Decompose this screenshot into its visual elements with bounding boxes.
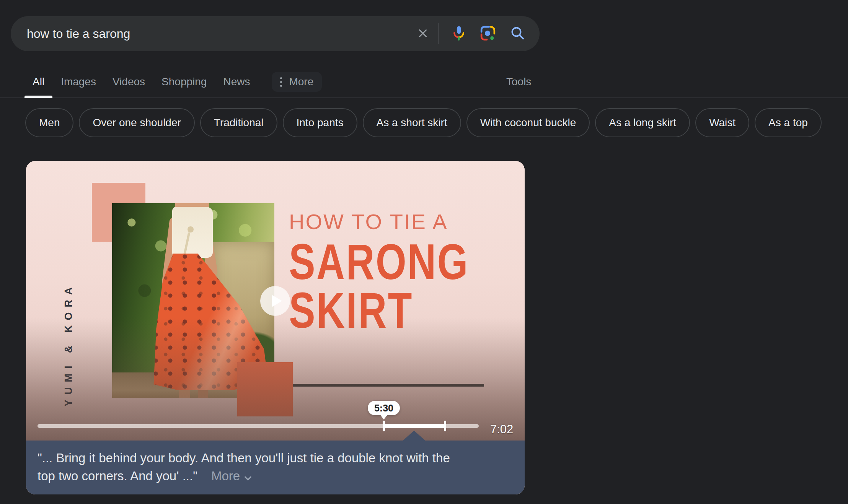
chip-into-pants[interactable]: Into pants (283, 108, 357, 137)
caption-pointer (403, 431, 425, 441)
caption-line2: top two corners. And you' ..."More (38, 467, 252, 486)
chip-over-one-shoulder[interactable]: Over one shoulder (79, 108, 194, 137)
tab-videos[interactable]: Videos (113, 76, 145, 98)
tab-news-label: News (223, 76, 250, 88)
search-bar-controls (416, 23, 540, 44)
chip-with-coconut-buckle[interactable]: With coconut buckle (466, 108, 590, 137)
filter-chips: Men Over one shoulder Traditional Into p… (25, 108, 822, 137)
play-icon (272, 295, 282, 307)
tools-button[interactable]: Tools (506, 76, 531, 88)
time-marker-bubble: 5:30 (368, 401, 400, 415)
google-search-results-page: how to tie a sarong (0, 0, 848, 504)
tab-images[interactable]: Images (61, 76, 96, 98)
tab-shopping[interactable]: Shopping (161, 76, 207, 98)
results-nav: All Images Videos Shopping News More Too… (0, 70, 848, 98)
segment-start-tick (383, 421, 385, 431)
time-marker-pointer (380, 415, 388, 419)
microphone-icon (450, 24, 468, 43)
chip-as-a-top[interactable]: As a top (755, 108, 822, 137)
chip-as-a-short-skirt[interactable]: As a short skirt (363, 108, 461, 137)
vertical-divider (439, 23, 439, 44)
search-input[interactable]: how to tie a sarong (27, 27, 416, 41)
more-dots-icon (280, 77, 282, 87)
chip-waist[interactable]: Waist (695, 108, 749, 137)
video-duration: 7:02 (490, 423, 513, 436)
play-button[interactable] (260, 286, 290, 316)
search-submit-button[interactable] (510, 25, 526, 42)
highlighted-segment (384, 424, 445, 428)
tab-more[interactable]: More (272, 72, 322, 92)
tab-images-label: Images (61, 76, 96, 88)
tab-news[interactable]: News (223, 76, 250, 98)
caption-line2-text: top two corners. And you' ..." (38, 469, 197, 483)
lens-camera-icon (479, 24, 497, 43)
search-icon (510, 25, 526, 42)
search-bar[interactable]: how to tie a sarong (11, 16, 540, 51)
caption-panel: "... Bring it behind your body. And then… (26, 441, 525, 494)
close-icon (416, 27, 429, 41)
clear-button[interactable] (416, 27, 429, 41)
chevron-down-icon (244, 470, 252, 484)
results-tabs: All Images Videos Shopping News More (33, 70, 322, 98)
video-thumbnail[interactable]: YUMI & KORA HOW TO TIE A SARONG SKIRT 5:… (26, 161, 525, 441)
tab-videos-label: Videos (113, 76, 145, 88)
video-result-card[interactable]: YUMI & KORA HOW TO TIE A SARONG SKIRT 5:… (26, 161, 525, 494)
chip-traditional[interactable]: Traditional (200, 108, 277, 137)
tab-all-label: All (33, 76, 44, 88)
caption-line1: "... Bring it behind your body. And then… (38, 449, 450, 467)
chip-as-a-long-skirt[interactable]: As a long skirt (595, 108, 690, 137)
caption-more-button[interactable]: More (211, 469, 240, 483)
tab-more-label: More (289, 76, 313, 88)
tab-all[interactable]: All (33, 76, 44, 98)
google-lens-button[interactable] (479, 24, 497, 43)
voice-search-button[interactable] (450, 24, 468, 43)
chip-men[interactable]: Men (25, 108, 73, 137)
tab-shopping-label: Shopping (161, 76, 207, 88)
segment-end-tick (444, 421, 446, 431)
